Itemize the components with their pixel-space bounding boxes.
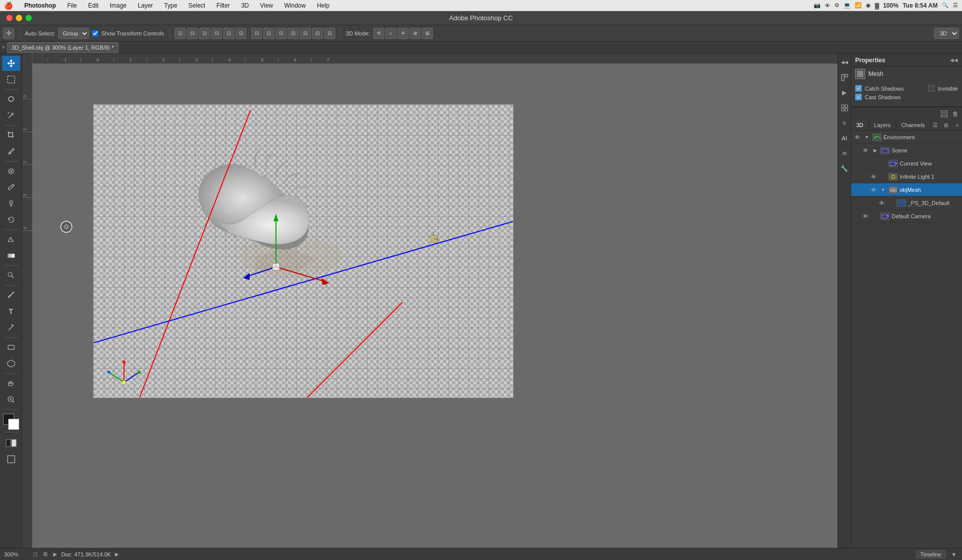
apple-icon[interactable]: 🍎 — [4, 2, 13, 10]
magic-wand-tool[interactable] — [2, 108, 20, 123]
history-brush-tool[interactable] — [2, 212, 20, 227]
layer-row-default-camera[interactable]: 👁 ▶ Default Camera — [851, 210, 962, 223]
lasso-tool[interactable] — [2, 92, 20, 107]
menu-view[interactable]: View — [258, 2, 274, 9]
screen-mode-btn[interactable] — [2, 452, 20, 467]
color-swatches[interactable] — [2, 414, 20, 430]
crop-tool[interactable] — [2, 128, 20, 143]
create-group-icon[interactable]: ⊞ — [942, 121, 951, 130]
move-tool-icon[interactable]: ✛ — [3, 28, 14, 39]
menu-file[interactable]: File — [66, 2, 78, 9]
layer-row-infinite-light[interactable]: 👁 ▶ Infinite Light 1 — [851, 170, 962, 183]
tab-3d[interactable]: 3D — [851, 120, 869, 130]
lines-icon[interactable]: ≡ — [839, 117, 850, 129]
background-color[interactable] — [8, 419, 19, 430]
3d-scale-icon[interactable]: ⊞ — [422, 28, 433, 39]
3d-rotate-icon[interactable]: ⟲ — [373, 28, 384, 39]
align-left-icon[interactable]: ⊡ — [175, 28, 186, 39]
heal-tool[interactable] — [2, 164, 20, 179]
auto-select-dropdown[interactable]: Group Layer — [58, 28, 89, 39]
menu-layer[interactable]: Layer — [136, 2, 154, 9]
layer-eye-camera[interactable]: 👁 — [861, 212, 869, 220]
maximize-button[interactable] — [25, 15, 32, 21]
menu-help[interactable]: Help — [315, 2, 331, 9]
layer-list-icon[interactable]: ☰ — [931, 121, 940, 130]
selection-tool[interactable] — [2, 72, 20, 87]
layer-eye-scene[interactable]: 👁 — [861, 146, 869, 154]
align-center-h-icon[interactable]: ⊡ — [187, 28, 198, 39]
layer-row-environment[interactable]: 👁 ▼ Environment — [851, 131, 962, 144]
ai-icon[interactable]: AI — [839, 133, 850, 144]
catch-shadows-checkbox[interactable]: ✓ — [855, 85, 862, 92]
layer-eye-infinite-light[interactable]: 👁 — [869, 173, 877, 181]
clone-stamp-tool[interactable] — [2, 196, 20, 211]
layer-comp-icon[interactable] — [940, 109, 949, 118]
timeline-button[interactable]: Timeline — [916, 550, 946, 558]
add-layer-icon[interactable]: + — [953, 121, 962, 130]
delete-layer-icon[interactable]: 🗑 — [951, 109, 960, 118]
layer-row-ps3d-default[interactable]: 👁 ▶ _PS_3D_Default — [851, 196, 962, 210]
layer-row-scene[interactable]: 👁 ▶ Scene — [851, 144, 962, 157]
menu-filter[interactable]: Filter — [215, 2, 231, 9]
layer-expand-objmesh[interactable]: ▼ — [879, 186, 887, 193]
eraser-tool[interactable] — [2, 232, 20, 247]
distribute-center-h-icon[interactable]: ⊡ — [263, 28, 274, 39]
minimize-button[interactable] — [16, 15, 22, 21]
tab-channels[interactable]: Channels — [896, 120, 930, 130]
cast-shadows-checkbox[interactable]: ✓ — [855, 94, 862, 100]
dodge-tool[interactable] — [2, 268, 20, 283]
distribute-middle-icon[interactable]: ⊡ — [300, 28, 311, 39]
layer-expand-environment[interactable]: ▼ — [863, 134, 870, 141]
wrench-icon[interactable]: 🔧 — [839, 163, 850, 174]
menu-3d[interactable]: 3D — [239, 2, 250, 9]
align-top-icon[interactable]: ⊡ — [211, 28, 222, 39]
menu-photoshop[interactable]: Photoshop — [23, 2, 58, 9]
3d-pan-icon[interactable]: ✛ — [397, 28, 409, 39]
layer-eye-objmesh[interactable]: 👁 — [869, 186, 877, 194]
align-bottom-icon[interactable]: ⊡ — [235, 28, 247, 39]
type-tool[interactable]: T — [2, 304, 20, 319]
3d-tool[interactable] — [2, 356, 20, 371]
align-right-icon[interactable]: ⊡ — [199, 28, 210, 39]
layer-expand-scene[interactable]: ▶ — [871, 147, 878, 154]
menu-select[interactable]: Select — [187, 2, 207, 9]
3d-orbit-icon[interactable]: ○ — [385, 28, 396, 39]
hand-tool[interactable] — [2, 376, 20, 391]
ps-canvas[interactable] — [32, 64, 837, 548]
status-icon-2[interactable]: ⊞ — [41, 550, 49, 558]
distribute-bottom-icon[interactable]: ⊡ — [312, 28, 323, 39]
move-tool[interactable] — [2, 56, 20, 71]
distribute-top-icon[interactable]: ⊡ — [288, 28, 299, 39]
properties-icon[interactable] — [839, 72, 850, 83]
status-collapse-icon[interactable]: ▼ — [950, 550, 958, 558]
tab-close-x[interactable]: × — [2, 45, 5, 50]
eyedropper-tool[interactable] — [2, 144, 20, 159]
3d-view-select[interactable]: 3D — [934, 28, 959, 39]
path-select-tool[interactable] — [2, 320, 20, 335]
play-icon[interactable]: ▶ — [839, 87, 850, 98]
show-transform-checkbox[interactable] — [92, 30, 98, 36]
menu-window[interactable]: Window — [283, 2, 307, 9]
doc-tab[interactable]: 3D_Shell.obj @ 300% (Layer 1, RGB/8) * — [7, 42, 118, 53]
layer-row-current-view[interactable]: ○ ▶ Current View — [851, 157, 962, 170]
gradient-tool[interactable] — [2, 248, 20, 263]
align-middle-icon[interactable]: ⊡ — [223, 28, 234, 39]
notification-icon[interactable]: ☰ — [953, 2, 958, 9]
layer-row-objmesh[interactable]: 👁 ▼ objMesh — [851, 183, 962, 196]
shape-tool[interactable] — [2, 340, 20, 355]
pen-tool[interactable] — [2, 288, 20, 303]
collapse-panels-icon[interactable]: ◀◀ — [839, 57, 850, 68]
status-arrow[interactable]: ▶ — [53, 551, 57, 557]
wave-icon[interactable]: ≋ — [839, 148, 850, 159]
distribute-left-icon[interactable]: ⊡ — [251, 28, 262, 39]
zoom-tool[interactable] — [2, 392, 20, 407]
mask-mode-btn[interactable] — [2, 435, 20, 451]
invisible-checkbox[interactable] — [928, 85, 935, 92]
status-icon-1[interactable]: ◻ — [31, 550, 39, 558]
layer-eye-current-view[interactable]: ○ — [869, 159, 877, 168]
close-button[interactable] — [6, 15, 13, 21]
layer-eye-environment[interactable]: 👁 — [853, 133, 861, 141]
menu-image[interactable]: Image — [108, 2, 128, 9]
menu-edit[interactable]: Edit — [87, 2, 100, 9]
status-more-arrow[interactable]: ▶ — [115, 551, 119, 557]
